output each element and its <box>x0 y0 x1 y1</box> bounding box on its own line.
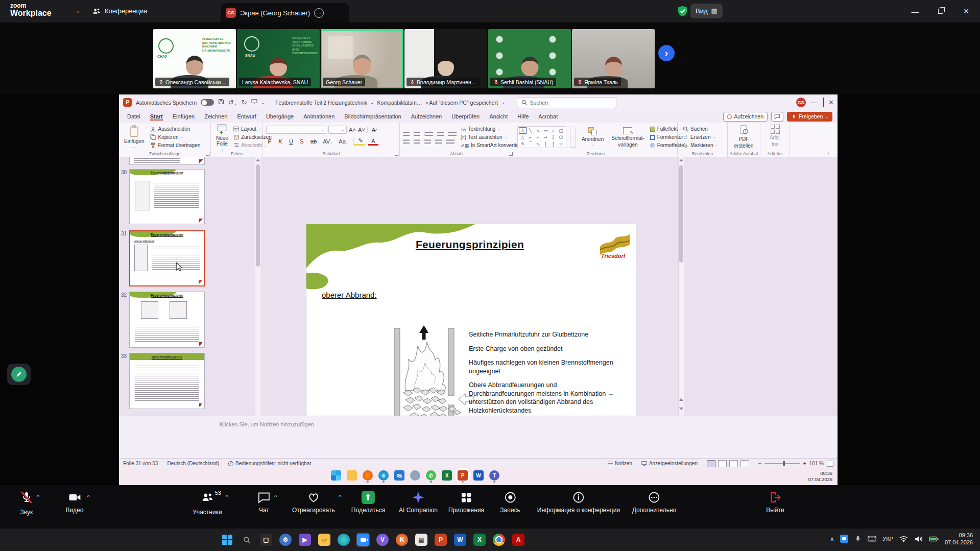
shape-textbox[interactable]: A <box>519 127 527 134</box>
restore-button[interactable] <box>933 4 948 19</box>
panel-scrollbar[interactable] <box>255 157 260 416</box>
shape-brace-left[interactable]: { <box>542 140 549 147</box>
language-indicator[interactable]: УКР <box>882 536 893 542</box>
shared-explorer-icon[interactable] <box>347 470 357 483</box>
security-shield-icon[interactable] <box>677 5 688 19</box>
shape-gallery-scroll[interactable]: ⌄ <box>570 127 576 148</box>
previous-slide-button[interactable] <box>679 397 684 402</box>
close-button[interactable]: × <box>959 4 974 19</box>
slide-thumbnail-33[interactable]: Scheitholzfeuerung <box>129 353 205 409</box>
slide-scrollbar-thumb[interactable] <box>679 165 683 262</box>
search-input[interactable] <box>530 100 612 106</box>
share-screen-button[interactable]: Поделиться <box>351 491 385 514</box>
save-icon[interactable] <box>218 99 224 106</box>
browser-icon[interactable] <box>338 534 350 546</box>
copy-button[interactable]: Kopieren⌄ <box>150 133 183 141</box>
numbering-icon[interactable] <box>414 131 420 136</box>
record-button[interactable]: Запись <box>500 491 520 514</box>
slide-title[interactable]: Feuerungsprinzipien <box>368 238 572 251</box>
viber-icon[interactable]: V <box>376 534 389 546</box>
shape-rectangle[interactable]: ▭ <box>542 127 549 134</box>
koho-app-icon[interactable]: K <box>396 534 408 546</box>
tab-start[interactable]: Start <box>150 113 163 119</box>
shape-oval[interactable]: ○ <box>549 127 557 134</box>
align-center-icon[interactable] <box>414 139 420 144</box>
saved-chevron-icon[interactable]: ⌄ <box>502 100 506 105</box>
clear-format-button[interactable]: A̷ <box>367 127 377 133</box>
slide-subtitle[interactable]: oberer Abbrand: <box>322 291 377 299</box>
undo-icon[interactable]: ↺⌄ <box>228 99 237 106</box>
tab-uebergaenge[interactable]: Übergänge <box>266 113 294 119</box>
tab-entwurf[interactable]: Entwurf <box>237 113 256 119</box>
account-avatar[interactable]: GS <box>796 98 806 107</box>
bold-button[interactable]: F <box>266 138 273 145</box>
record-presentation-button[interactable]: Aufzeichnen <box>723 112 768 122</box>
select-button[interactable]: Markieren⌄ <box>683 141 718 149</box>
paste-button[interactable]: Einfügen⌄ <box>122 125 146 149</box>
reading-view-button[interactable] <box>729 460 738 467</box>
tab-aufzeichnen[interactable]: Aufzeichnen <box>411 113 442 119</box>
tab-hilfe[interactable]: Hilfe <box>517 113 529 119</box>
more-button[interactable]: Дополнительно <box>632 491 676 514</box>
tray-chevron-icon[interactable]: ∧ <box>830 536 834 542</box>
zoom-out-button[interactable]: − <box>758 461 761 466</box>
slide-counter[interactable]: Folie 31 von 53 <box>123 461 158 466</box>
columns-icon[interactable] <box>446 139 455 144</box>
grow-font-button[interactable]: A˄ <box>349 127 356 133</box>
replace-button[interactable]: Ersetzen⌄ <box>683 133 715 141</box>
tab-bildschirmpraesentation[interactable]: Bildschirmpräsentation <box>344 113 401 119</box>
cut-button[interactable]: Ausschneiden <box>150 125 190 133</box>
task-view-icon[interactable]: ▢ <box>260 534 272 546</box>
slide-thumbnail-31-selected[interactable]: Feuerungsprinzipien oberer Abbrand: <box>129 230 205 286</box>
zoom-percent[interactable]: 101 % <box>809 461 824 466</box>
section-button[interactable]: Abschnitt⌄ <box>233 141 267 150</box>
tab-acrobat[interactable]: Acrobat <box>538 113 558 119</box>
shared-store-icon[interactable]: 🛍 <box>394 470 404 483</box>
slide-thumbnail-32[interactable]: Feuerungsprinzipien <box>129 292 205 348</box>
shape-arrow[interactable]: ↘ <box>534 127 542 134</box>
dialog-launcher-icon[interactable] <box>395 152 398 156</box>
notes-app-icon[interactable]: ▤ <box>415 534 427 546</box>
audio-chevron-icon[interactable]: ^ <box>37 494 39 500</box>
italic-button[interactable]: K <box>277 138 284 145</box>
react-chevron-icon[interactable]: ^ <box>339 494 341 500</box>
text-direction-button[interactable]: ↕ATextrichtung⌄ <box>461 125 500 133</box>
notes-pane[interactable]: Klicken Sie, um Notizen hinzuzufügen <box>119 416 838 458</box>
next-participants-button[interactable]: › <box>658 45 675 61</box>
participant-tile-active-speaker[interactable]: Georg Schauer <box>321 29 403 88</box>
tab-animationen[interactable]: Animationen <box>303 113 334 119</box>
quick-styles-button[interactable]: ✎ Schnellformat-vorlagen <box>609 127 646 148</box>
justify-icon[interactable] <box>435 139 442 144</box>
slide-thumbnail-30[interactable]: Feuerungsprinzipien <box>129 169 205 224</box>
spacing-button[interactable]: AV⌄ <box>322 138 334 145</box>
shape-triangle[interactable]: △ <box>519 134 527 140</box>
align-text-button[interactable]: [≡]Text ausrichten⌄ <box>461 133 507 141</box>
tab-zeichnen[interactable]: Zeichnen <box>204 113 227 119</box>
wifi-icon[interactable] <box>899 536 908 542</box>
shrink-font-button[interactable]: A˅ <box>358 127 365 133</box>
video-button[interactable]: Видео ^ <box>65 491 89 514</box>
tab-ansicht[interactable]: Ansicht <box>489 113 508 119</box>
react-button[interactable]: Отреагировать ^ <box>292 491 341 514</box>
font-name-select[interactable]: ⌄ <box>266 126 326 134</box>
font-size-select[interactable]: ⌄ <box>328 126 347 134</box>
settings-icon[interactable]: ⚙ <box>279 534 292 546</box>
dialog-launcher-icon[interactable] <box>509 152 513 156</box>
participant-tile[interactable]: Володимир Мартинен… <box>404 29 487 88</box>
chevron-down-icon[interactable]: ⌄ <box>76 8 80 14</box>
shape-arrow-down[interactable]: ⇩ <box>549 134 557 140</box>
display-settings-button[interactable]: Anzeigeeinstellungen <box>641 461 698 466</box>
shape-flowchart[interactable]: ⬠ <box>557 134 565 140</box>
annotation-tools-button[interactable] <box>7 364 31 385</box>
zoom-in-button[interactable]: + <box>803 461 806 466</box>
align-right-icon[interactable] <box>424 139 431 144</box>
tab-einfuegen[interactable]: Einfügen <box>173 113 195 119</box>
align-left-icon[interactable] <box>403 139 410 144</box>
fit-to-window-button[interactable] <box>827 461 833 467</box>
participants-chevron-icon[interactable]: ^ <box>226 494 228 500</box>
document-saved-state[interactable]: • Auf "diesem PC" gespeichert <box>426 100 498 106</box>
acrobat-icon[interactable]: A <box>512 534 524 546</box>
tab-datei[interactable]: Datei <box>127 113 140 119</box>
shared-word-icon[interactable]: W <box>473 470 484 483</box>
shape-curve[interactable]: ∿ <box>534 140 542 147</box>
